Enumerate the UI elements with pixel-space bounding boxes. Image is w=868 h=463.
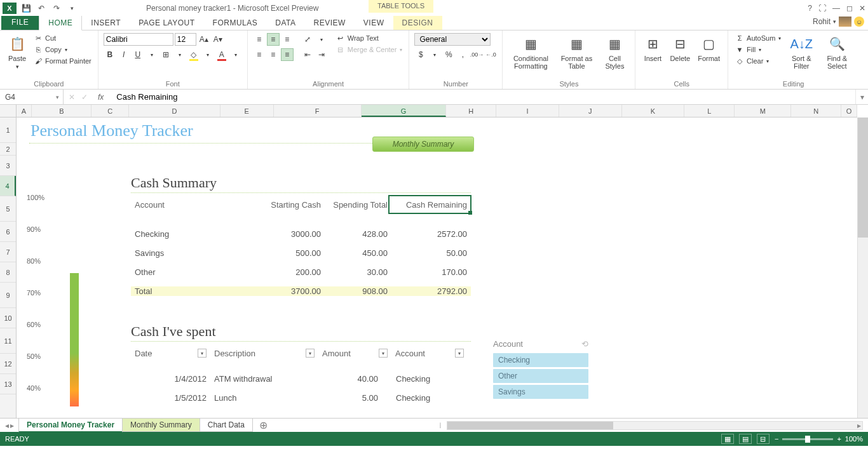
align-center-icon[interactable]: ≡ xyxy=(267,48,280,61)
row-header[interactable]: 13 xyxy=(0,374,16,394)
zoom-level[interactable]: 100% xyxy=(845,435,863,443)
zoom-in-button[interactable]: + xyxy=(837,435,841,443)
col-header[interactable]: A xyxy=(17,105,32,117)
format-as-table-button[interactable]: ▦Format as Table xyxy=(556,33,597,71)
col-header[interactable]: H xyxy=(446,105,496,117)
increase-indent-icon[interactable]: ⇥ xyxy=(315,48,328,61)
insert-function-icon[interactable]: fx xyxy=(94,93,107,102)
cancel-formula-icon[interactable]: ✕ xyxy=(69,93,75,102)
col-header[interactable]: K xyxy=(622,105,685,117)
row-header[interactable]: 6 xyxy=(0,222,16,242)
sheet-tab[interactable]: Monthly Summary xyxy=(122,419,200,432)
slicer-item[interactable]: Checking xyxy=(493,353,588,367)
clear-button[interactable]: ◇Clear▾ xyxy=(733,56,782,66)
row-header[interactable]: 12 xyxy=(0,354,16,374)
slicer-item[interactable]: Other xyxy=(493,369,588,383)
align-top-icon[interactable]: ≡ xyxy=(253,33,266,46)
conditional-formatting-button[interactable]: ▦Conditional Formatting xyxy=(508,33,553,71)
copy-button[interactable]: ⎘Copy▾ xyxy=(32,44,93,55)
row-header[interactable]: 9 xyxy=(0,283,16,308)
row-header[interactable]: 11 xyxy=(0,328,16,354)
col-header[interactable]: B xyxy=(32,105,92,117)
comma-format-icon[interactable]: , xyxy=(456,48,469,61)
decrease-indent-icon[interactable]: ⇤ xyxy=(301,48,314,61)
redo-icon[interactable]: ↷ xyxy=(51,3,62,14)
clear-filter-icon[interactable]: ⟲ xyxy=(581,339,588,349)
tab-insert[interactable]: INSERT xyxy=(82,16,130,30)
bold-button[interactable]: B xyxy=(104,48,116,61)
underline-button[interactable]: U xyxy=(132,48,144,61)
vertical-scrollbar[interactable] xyxy=(857,117,868,418)
row-header[interactable]: 7 xyxy=(0,242,16,262)
zoom-slider[interactable] xyxy=(782,438,833,440)
col-header[interactable]: J xyxy=(559,105,622,117)
col-header[interactable]: N xyxy=(791,105,841,117)
close-icon[interactable]: ✕ xyxy=(859,4,865,13)
orientation-icon[interactable]: ⤢ xyxy=(301,33,314,46)
fill-color-button[interactable]: ◇ xyxy=(187,48,200,61)
format-cells-button[interactable]: ▢Format xyxy=(695,33,722,64)
sheet-tab[interactable]: Personal Money Tracker xyxy=(18,419,123,433)
col-header[interactable]: F xyxy=(274,105,362,117)
expand-formula-bar-icon[interactable]: ▾ xyxy=(855,90,868,104)
fill-button[interactable]: ▼Fill▾ xyxy=(733,44,782,55)
number-format-select[interactable]: General xyxy=(414,33,491,46)
undo-icon[interactable]: ↶ xyxy=(36,3,47,14)
align-middle-icon[interactable]: ≡ xyxy=(267,33,280,46)
page-layout-view-icon[interactable]: ▤ xyxy=(739,434,752,444)
select-all-corner[interactable] xyxy=(0,105,17,117)
align-bottom-icon[interactable]: ≡ xyxy=(281,33,294,46)
paste-button[interactable]: 📋 Paste ▾ xyxy=(5,33,29,71)
col-header[interactable]: M xyxy=(735,105,791,117)
sort-filter-button[interactable]: A↓ZSort & Filter xyxy=(785,33,818,71)
merge-center-button[interactable]: ⊟Merge & Center▾ xyxy=(334,44,404,55)
tab-file[interactable]: FILE xyxy=(1,15,39,30)
decrease-decimal-icon[interactable]: ←.0 xyxy=(484,48,497,61)
tab-design[interactable]: DESIGN xyxy=(393,16,442,30)
tab-page-layout[interactable]: PAGE LAYOUT xyxy=(130,16,203,30)
increase-font-icon[interactable]: A▴ xyxy=(198,33,210,46)
feedback-smiley-icon[interactable]: ☺ xyxy=(854,17,864,27)
sheet-nav-next-icon[interactable]: ▸ xyxy=(10,421,14,430)
monthly-summary-button[interactable]: Monthly Summary xyxy=(372,137,474,152)
italic-button[interactable]: I xyxy=(118,48,130,61)
increase-decimal-icon[interactable]: .00→ xyxy=(470,48,483,61)
sheet-nav-prev-icon[interactable]: ◂ xyxy=(5,421,9,430)
font-color-button[interactable]: A xyxy=(215,48,228,61)
cut-button[interactable]: ✂Cut xyxy=(32,33,93,43)
formula-input[interactable] xyxy=(112,90,855,104)
ribbon-display-icon[interactable]: ⛶ xyxy=(818,4,826,13)
name-box[interactable]: G4 xyxy=(0,90,64,104)
format-painter-button[interactable]: 🖌Format Painter xyxy=(32,56,93,66)
row-header[interactable]: 8 xyxy=(0,262,16,283)
filter-button[interactable]: ▾ xyxy=(379,349,388,358)
font-size-combo[interactable] xyxy=(175,33,196,46)
minimize-icon[interactable]: — xyxy=(832,4,840,13)
insert-cells-button[interactable]: ⊞Insert xyxy=(641,33,665,64)
align-left-icon[interactable]: ≡ xyxy=(253,48,266,61)
tab-view[interactable]: VIEW xyxy=(355,16,393,30)
border-button[interactable]: ⊞ xyxy=(159,48,172,61)
row-header[interactable]: 3 xyxy=(0,156,16,176)
enter-formula-icon[interactable]: ✓ xyxy=(81,93,88,102)
tab-home[interactable]: HOME xyxy=(39,15,82,30)
help-icon[interactable]: ? xyxy=(808,4,812,13)
tab-formulas[interactable]: FORMULAS xyxy=(204,16,267,30)
filter-button[interactable]: ▾ xyxy=(455,349,464,358)
row-header[interactable]: 2 xyxy=(0,143,16,156)
row-header[interactable]: 5 xyxy=(0,196,16,222)
horizontal-scrollbar[interactable]: ◂▸ xyxy=(447,421,863,430)
tab-review[interactable]: REVIEW xyxy=(304,16,354,30)
new-sheet-button[interactable]: ⊕ xyxy=(253,419,274,431)
col-header[interactable]: L xyxy=(684,105,735,117)
save-icon[interactable]: 💾 xyxy=(20,3,32,14)
user-account[interactable]: Rohit ▾ ☺ xyxy=(813,17,864,27)
sheet-canvas[interactable]: Personal Money Tracker Monthly Summary 1… xyxy=(17,117,857,418)
accounting-format-icon[interactable]: $ xyxy=(414,48,427,61)
slicer-item[interactable]: Savings xyxy=(493,385,588,399)
sheet-tab[interactable]: Chart Data xyxy=(200,419,253,432)
zoom-out-button[interactable]: − xyxy=(775,435,778,443)
row-header[interactable]: 10 xyxy=(0,308,16,328)
font-name-combo[interactable] xyxy=(104,33,173,46)
row-header[interactable]: 1 xyxy=(0,117,16,143)
